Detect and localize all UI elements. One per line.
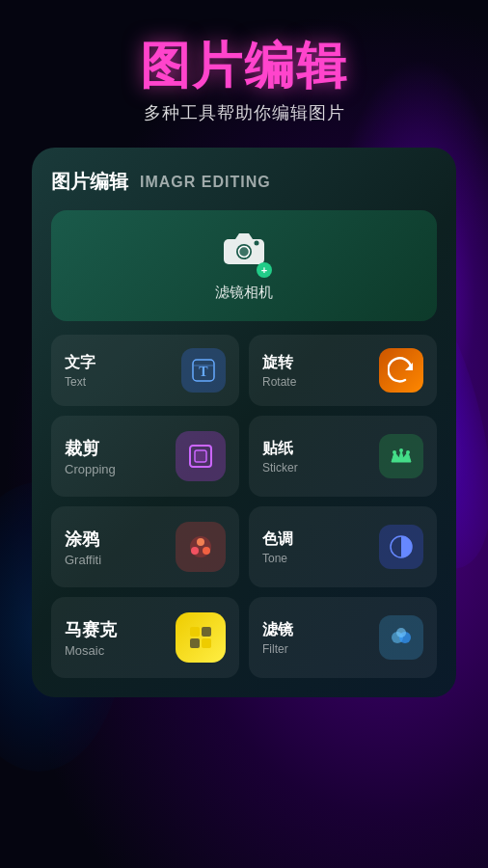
tool-filter[interactable]: 滤镜 Filter xyxy=(249,597,437,678)
tool-filter-cn: 滤镜 xyxy=(262,620,293,640)
crop-icon xyxy=(176,431,226,481)
main-card: 图片编辑 IMAGR EDITING + 滤镜相机 xyxy=(32,148,456,697)
tool-text-en: Text xyxy=(65,375,95,389)
svg-point-3 xyxy=(255,241,259,246)
tool-mosaic-en: Mosaic xyxy=(65,643,117,658)
svg-rect-23 xyxy=(202,638,211,648)
camera-plus-icon: + xyxy=(257,262,272,278)
filter-camera-button[interactable]: + 滤镜相机 xyxy=(51,210,437,321)
tool-mosaic-cn: 马赛克 xyxy=(65,618,117,641)
tool-tone-label: 色调 Tone xyxy=(262,529,293,565)
tool-crop-cn: 裁剪 xyxy=(65,437,116,460)
tool-filter-en: Filter xyxy=(262,642,293,656)
tool-sticker-label: 贴纸 Sticker xyxy=(262,439,298,475)
tool-text[interactable]: 文字 Text T xyxy=(51,335,239,406)
tool-graffiti[interactable]: 涂鸦 Graffiti xyxy=(51,506,239,587)
tool-sticker-en: Sticker xyxy=(262,461,298,475)
sticker-icon xyxy=(379,434,423,478)
camera-icon-wrap: + xyxy=(222,230,266,276)
tools-grid: 文字 Text T 旋转 Rotate xyxy=(51,335,437,678)
tool-mosaic-label: 马赛克 Mosaic xyxy=(65,618,117,658)
tool-mosaic[interactable]: 马赛克 Mosaic xyxy=(51,597,239,678)
tool-graffiti-en: Graffiti xyxy=(65,553,101,567)
svg-point-10 xyxy=(399,448,403,452)
tool-text-cn: 文字 xyxy=(65,353,95,373)
text-icon: T xyxy=(181,348,226,393)
filter-icon xyxy=(379,615,423,660)
svg-rect-8 xyxy=(195,450,206,462)
tool-crop-label: 裁剪 Cropping xyxy=(65,437,116,476)
svg-text:T: T xyxy=(199,365,208,379)
tool-tone-en: Tone xyxy=(262,552,293,565)
graffiti-icon xyxy=(176,522,226,572)
tool-text-label: 文字 Text xyxy=(65,353,95,389)
filter-camera-label: 滤镜相机 xyxy=(215,284,273,302)
svg-point-15 xyxy=(203,547,210,555)
tool-graffiti-cn: 涂鸦 xyxy=(65,528,101,551)
svg-point-11 xyxy=(406,450,410,454)
tool-rotate-cn: 旋转 xyxy=(262,353,296,373)
tool-graffiti-label: 涂鸦 Graffiti xyxy=(65,528,101,567)
svg-point-19 xyxy=(396,628,406,637)
svg-point-14 xyxy=(191,547,199,555)
tool-crop-en: Cropping xyxy=(65,462,116,476)
main-content: 图片编辑 多种工具帮助你编辑图片 图片编辑 IMAGR EDITING xyxy=(0,0,488,717)
tool-rotate-en: Rotate xyxy=(262,375,296,389)
tool-filter-label: 滤镜 Filter xyxy=(262,620,293,656)
card-title-en: IMAGR EDITING xyxy=(140,174,271,191)
tool-sticker[interactable]: 贴纸 Sticker xyxy=(249,416,437,497)
svg-point-2 xyxy=(239,247,250,258)
svg-rect-21 xyxy=(202,627,211,637)
tool-tone-cn: 色调 xyxy=(262,529,293,550)
tool-crop[interactable]: 裁剪 Cropping xyxy=(51,416,239,497)
tool-tone[interactable]: 色调 Tone xyxy=(249,506,437,587)
svg-point-9 xyxy=(393,450,396,454)
page-title: 图片编辑 xyxy=(140,39,348,94)
tool-rotate[interactable]: 旋转 Rotate xyxy=(249,335,437,406)
card-header: 图片编辑 IMAGR EDITING xyxy=(51,169,437,195)
card-title-cn: 图片编辑 xyxy=(51,169,128,195)
tone-icon xyxy=(379,525,423,569)
svg-rect-22 xyxy=(190,638,200,648)
svg-rect-20 xyxy=(190,627,200,637)
page-subtitle: 多种工具帮助你编辑图片 xyxy=(144,101,345,124)
rotate-icon xyxy=(379,348,423,393)
svg-point-13 xyxy=(197,538,204,546)
mosaic-icon xyxy=(176,612,226,663)
tool-rotate-label: 旋转 Rotate xyxy=(262,353,296,389)
tool-sticker-cn: 贴纸 xyxy=(262,439,298,459)
